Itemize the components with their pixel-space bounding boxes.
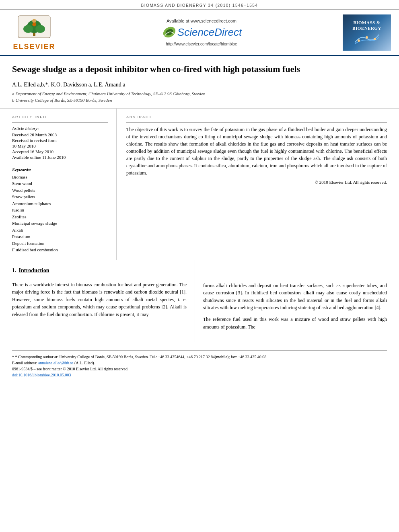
keyword-item: Zeolites <box>12 214 108 220</box>
authors: A.L. Elled a,b,*, K.O. Davidsson a, L.E.… <box>12 82 387 88</box>
keyword-item: Ammonium sulphates <box>12 200 108 207</box>
article-title: Sewage sludge as a deposit inhibitor whe… <box>12 64 387 75</box>
available-online: Available online 11 June 2010 <box>12 155 108 160</box>
body-content: 1. Introduction There is a worldwide int… <box>0 260 399 342</box>
history-label: Article history: <box>12 126 108 131</box>
intro-para1-right: forms alkali chlorides and deposit on he… <box>203 282 387 312</box>
abstract-text: The objective of this work is to survey … <box>126 126 387 177</box>
star-symbol: * <box>12 355 15 359</box>
email-label: E-mail address: <box>12 361 37 365</box>
article-title-section: Sewage sludge as a deposit inhibitor whe… <box>0 56 399 109</box>
svg-point-10 <box>374 38 376 40</box>
keywords-label: Keywords: <box>12 167 108 172</box>
intro-para2-right: The reference fuel used in this work was… <box>203 316 387 331</box>
sciencedirect-text: ScienceDirect <box>177 26 242 39</box>
accepted-date: Accepted 16 May 2010 <box>12 149 108 154</box>
elsevier-tree-icon <box>16 14 52 42</box>
sciencedirect-logo: ScienceDirect <box>161 25 242 39</box>
elsevier-wordmark: ELSEVIER <box>13 43 55 51</box>
divider-3 <box>126 122 387 123</box>
footer-issn: 0961-9534/$ – see front matter © 2010 El… <box>12 366 387 372</box>
intro-section-num: 1. <box>12 267 16 274</box>
body-left-col: 1. Introduction There is a worldwide int… <box>12 260 195 342</box>
corresponding-note: * Corresponding author at: University Co… <box>15 355 267 359</box>
center-banner: Available at www.sciencedirect.com Scien… <box>60 18 343 46</box>
received-2-date: 10 May 2010 <box>12 144 108 148</box>
body-right-col: forms alkali chlorides and deposit on he… <box>195 260 387 342</box>
email-link[interactable]: annalena.elled@hb.se <box>38 361 74 365</box>
journal-header-text: BIOMASS AND BIOENERGY 34 (2010) 1546–155… <box>141 3 258 8</box>
keyword-item: Kaolin <box>12 207 108 214</box>
journal-logo-box: BIOMASS & BIOENERGY <box>343 14 391 51</box>
keyword-item: Biomass <box>12 174 108 181</box>
received-2-label: Received in revised form <box>12 138 108 143</box>
info-abstract-section: ARTICLE INFO Article history: Received 2… <box>0 109 399 260</box>
keyword-item: Wood pellets <box>12 187 108 194</box>
keyword-item: Deposit formation <box>12 240 108 247</box>
intro-para1: There is a worldwide interest in biomass… <box>12 281 187 318</box>
footer-divider <box>12 350 387 351</box>
available-text: Available at www.sciencedirect.com <box>167 18 237 23</box>
footer-doi[interactable]: doi:10.1016/j.biombioe.2010.05.003 <box>12 372 387 378</box>
copyright-text: © 2010 Elsevier Ltd. All rights reserved… <box>126 180 387 185</box>
journal-logo-icon <box>355 33 379 45</box>
keyword-item: Municipal sewage sludge <box>12 220 108 227</box>
keyword-item: Alkali <box>12 227 108 234</box>
affiliation-a: a Department of Energy and Environment, … <box>12 91 387 96</box>
footer-star-note: * * Corresponding author at: University … <box>12 354 387 360</box>
doi-link[interactable]: doi:10.1016/j.biombioe.2010.05.003 <box>12 373 71 377</box>
journal-logo-title: BIOMASS & BIOENERGY <box>352 20 381 31</box>
keywords-list: BiomassStem woodWood pelletsStraw pellet… <box>12 174 108 253</box>
keyword-item: Potassium <box>12 233 108 240</box>
divider-1 <box>12 122 108 123</box>
author-names: A.L. Elled a,b,*, K.O. Davidsson a, L.E.… <box>12 82 125 88</box>
sd-leaf-icon <box>161 25 177 39</box>
divider-2 <box>12 163 108 163</box>
elsevier-logo: ELSEVIER <box>8 14 60 51</box>
footer-email: E-mail address: annalena.elled@hb.se (A.… <box>12 360 387 366</box>
article-info-label: ARTICLE INFO <box>12 115 108 119</box>
abstract-label: ABSTRACT <box>126 115 387 119</box>
svg-point-4 <box>35 25 45 33</box>
email-suffix: (A.L. Elled). <box>74 361 95 365</box>
journal-header: BIOMASS AND BIOENERGY 34 (2010) 1546–155… <box>0 0 399 10</box>
keyword-item: Straw pellets <box>12 193 108 200</box>
elsevier-url[interactable]: http://www.elsevier.com/locate/biombioe <box>166 42 237 46</box>
abstract-col: ABSTRACT The objective of this work is t… <box>117 109 387 260</box>
svg-point-5 <box>32 19 36 23</box>
svg-point-8 <box>358 39 360 42</box>
intro-section-title: Introduction <box>19 267 49 274</box>
keyword-item: Fluidised bed combustion <box>12 246 108 253</box>
footer-section: * * Corresponding author at: University … <box>0 346 399 382</box>
svg-point-3 <box>23 25 33 33</box>
received-1: Received 26 March 2008 <box>12 132 108 137</box>
article-info-col: ARTICLE INFO Article history: Received 2… <box>12 109 117 260</box>
svg-point-9 <box>366 36 368 39</box>
affiliation-b: b University College of Borås, SE-50190 … <box>12 98 387 103</box>
keyword-item: Stem wood <box>12 180 108 187</box>
publisher-banner: ELSEVIER Available at www.sciencedirect.… <box>0 10 399 56</box>
intro-para1-text: There is a worldwide interest in biomass… <box>12 282 187 317</box>
